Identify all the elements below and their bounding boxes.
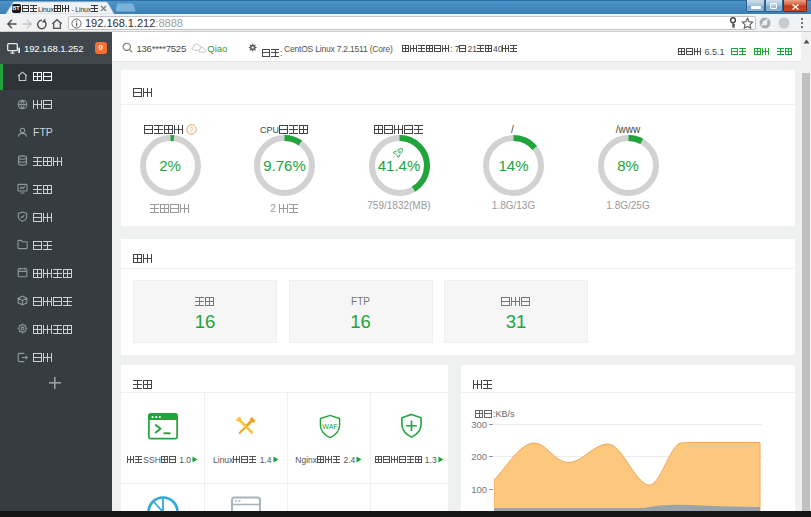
svg-text:WAF: WAF [322,422,337,429]
svg-text:?: ? [189,126,193,133]
